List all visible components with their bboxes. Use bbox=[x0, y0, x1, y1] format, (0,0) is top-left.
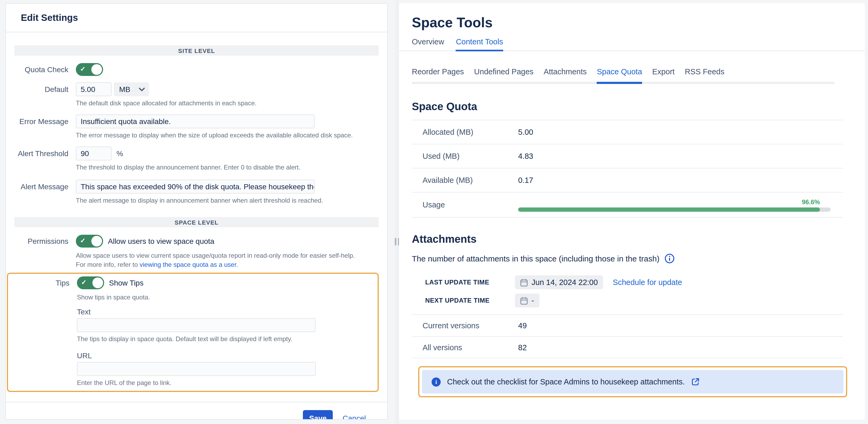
site-level-section-header: SITE LEVEL bbox=[14, 46, 379, 56]
last-update-value: Jun 14, 2024 22:00 bbox=[531, 278, 598, 287]
default-label: Default bbox=[14, 85, 76, 93]
calendar-icon bbox=[520, 296, 528, 305]
space-quota-heading: Space Quota bbox=[412, 100, 852, 113]
tips-url-input[interactable] bbox=[77, 362, 316, 376]
subtab-attachments[interactable]: Attachments bbox=[544, 67, 587, 82]
tips-text-help: The tips to display in space quota. Defa… bbox=[77, 335, 292, 343]
banner-highlight-box: i Check out the checklist for Space Admi… bbox=[418, 366, 847, 397]
attachments-heading: Attachments bbox=[412, 233, 852, 246]
tips-help: Show tips in space quota. bbox=[77, 293, 150, 301]
table-row: Available (MB) 0.17 bbox=[412, 168, 843, 192]
tips-text-input[interactable] bbox=[77, 318, 316, 332]
tab-content-tools[interactable]: Content Tools bbox=[456, 37, 503, 50]
next-update-value: - bbox=[531, 296, 534, 305]
check-icon: ✓ bbox=[80, 237, 86, 244]
toggle-knob bbox=[92, 278, 103, 288]
table-row: All versions 82 bbox=[412, 336, 843, 358]
space-level-section-header: SPACE LEVEL bbox=[14, 217, 379, 227]
row-label: Used (MB) bbox=[423, 152, 518, 161]
edit-settings-panel: Edit Settings SITE LEVEL Quota Check ✓ D… bbox=[5, 3, 388, 420]
usage-bar-track bbox=[518, 207, 831, 211]
edit-settings-header: Edit Settings bbox=[6, 4, 387, 33]
error-message-help: The error message to display when the si… bbox=[76, 132, 353, 139]
row-value: 49 bbox=[518, 321, 527, 330]
quota-check-toggle[interactable]: ✓ bbox=[76, 63, 103, 76]
more-info-prefix: For more info, refer to bbox=[76, 261, 140, 268]
space-tools-tabs: Overview Content Tools bbox=[399, 37, 865, 51]
permissions-help: Allow space users to view current space … bbox=[76, 252, 355, 259]
view-space-quota-link[interactable]: viewing the space quota as a user bbox=[140, 261, 236, 268]
alert-threshold-label: Alert Threshold bbox=[14, 149, 76, 158]
versions-table: Current versions 49 All versions 82 bbox=[412, 314, 843, 358]
percent-suffix: % bbox=[117, 149, 123, 158]
usage-bar-fill bbox=[518, 207, 820, 211]
info-filled-icon: i bbox=[432, 377, 441, 386]
update-times: LAST UPDATE TIME Jun 14, 2024 22:00 Sche… bbox=[412, 275, 852, 307]
tips-url-help: Enter the URL of the page to link. bbox=[77, 379, 172, 387]
row-value: 82 bbox=[518, 343, 527, 351]
default-quota-input[interactable]: 5.00 bbox=[76, 82, 112, 96]
row-value: 4.83 bbox=[518, 152, 533, 161]
space-quota-table: Allocated (MB) 5.00 Used (MB) 4.83 Avail… bbox=[412, 120, 843, 218]
subtab-space-quota[interactable]: Space Quota bbox=[597, 67, 642, 82]
subtab-rss-feeds[interactable]: RSS Feeds bbox=[685, 67, 724, 82]
more-info-suffix: . bbox=[236, 261, 238, 268]
error-message-input[interactable]: Insufficient quota available. bbox=[76, 114, 315, 128]
usage-percent-label: 96.6% bbox=[518, 198, 820, 205]
show-tips-toggle[interactable]: ✓ bbox=[77, 277, 104, 289]
alert-message-help: The alert message to display in announce… bbox=[76, 197, 323, 204]
toggle-knob bbox=[91, 64, 102, 75]
permissions-label: Permissions bbox=[14, 237, 76, 246]
chevron-down-icon bbox=[139, 87, 145, 91]
row-label: Current versions bbox=[423, 321, 518, 330]
table-row: Used (MB) 4.83 bbox=[412, 144, 843, 168]
external-link-icon[interactable] bbox=[691, 377, 700, 386]
permissions-more-info: For more info, refer to viewing the spac… bbox=[76, 261, 238, 268]
toggle-knob bbox=[91, 236, 102, 247]
tab-overview[interactable]: Overview bbox=[412, 37, 444, 50]
panel-divider bbox=[395, 0, 399, 424]
alert-threshold-input[interactable]: 90 bbox=[76, 146, 112, 161]
subtab-reorder-pages[interactable]: Reorder Pages bbox=[412, 67, 464, 82]
info-icon[interactable] bbox=[664, 253, 674, 263]
tips-url-label: URL bbox=[77, 351, 92, 360]
row-label: Available (MB) bbox=[423, 176, 518, 185]
page-title: Edit Settings bbox=[21, 11, 372, 24]
unit-select-value: MB bbox=[119, 85, 130, 93]
last-update-pill: Jun 14, 2024 22:00 bbox=[515, 275, 603, 289]
tips-label: Tips bbox=[16, 279, 77, 287]
subtab-export[interactable]: Export bbox=[652, 67, 675, 82]
error-message-label: Error Message bbox=[14, 117, 76, 126]
row-label: All versions bbox=[423, 343, 518, 351]
subtab-undefined-pages[interactable]: Undefined Pages bbox=[474, 67, 534, 82]
form-actions: Save Cancel bbox=[14, 403, 379, 420]
schedule-for-update-link[interactable]: Schedule for update bbox=[613, 278, 682, 287]
usage-row: Usage 96.6% bbox=[412, 192, 843, 218]
alert-message-label: Alert Message bbox=[14, 182, 76, 191]
check-icon: ✓ bbox=[80, 65, 86, 73]
row-label: Allocated (MB) bbox=[423, 128, 518, 136]
page: Edit Settings SITE LEVEL Quota Check ✓ D… bbox=[0, 0, 868, 424]
next-update-pill: - bbox=[515, 293, 539, 307]
default-help: The default disk space allocated for att… bbox=[76, 100, 256, 107]
table-row: Allocated (MB) 5.00 bbox=[412, 120, 843, 144]
save-button[interactable]: Save bbox=[303, 410, 333, 420]
space-tools-panel: Space Tools Overview Content Tools Reord… bbox=[399, 3, 865, 420]
tips-text-label: Text bbox=[77, 307, 91, 316]
table-row: Current versions 49 bbox=[412, 314, 843, 336]
cancel-button[interactable]: Cancel bbox=[343, 414, 366, 420]
calendar-icon bbox=[520, 278, 528, 286]
next-update-row: NEXT UPDATE TIME - bbox=[412, 293, 852, 307]
next-update-label: NEXT UPDATE TIME bbox=[425, 297, 515, 304]
space-tools-title: Space Tools bbox=[412, 14, 852, 31]
quota-check-label: Quota Check bbox=[14, 65, 76, 74]
settings-form: SITE LEVEL Quota Check ✓ Default 5.00 MB bbox=[6, 33, 387, 420]
info-banner: i Check out the checklist for Space Admi… bbox=[422, 370, 843, 394]
content-tools-subnav: Reorder Pages Undefined Pages Attachment… bbox=[412, 67, 834, 82]
alert-message-input[interactable]: This space has exceeded 90% of the disk … bbox=[76, 180, 315, 194]
permissions-toggle[interactable]: ✓ bbox=[76, 235, 103, 248]
unit-select[interactable]: MB bbox=[114, 82, 149, 96]
row-value: 5.00 bbox=[518, 128, 533, 136]
last-update-label: LAST UPDATE TIME bbox=[425, 279, 515, 286]
alert-threshold-help: The threshold to display the announcemen… bbox=[76, 164, 301, 171]
